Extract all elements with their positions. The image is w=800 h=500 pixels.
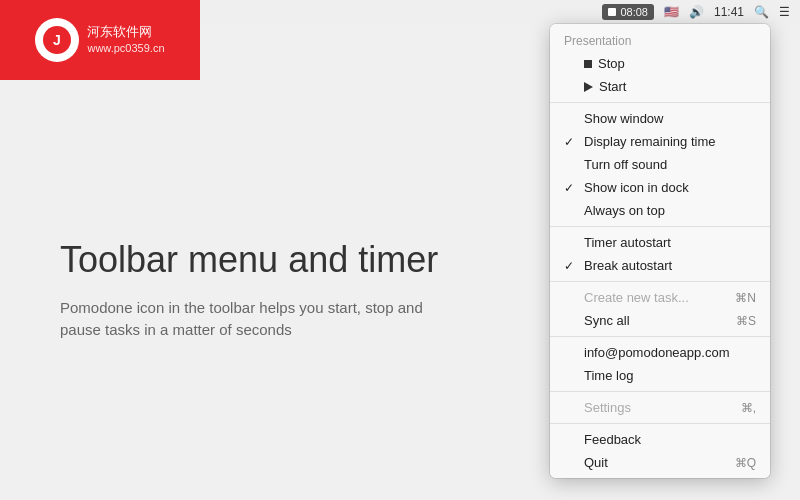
timer-autostart-label: Timer autostart <box>584 235 671 250</box>
check-display-remaining: ✓ <box>564 135 578 149</box>
check-create-task <box>564 291 578 305</box>
menu-item-stop[interactable]: Stop <box>550 52 770 75</box>
menu-item-timer-autostart[interactable]: Timer autostart <box>550 231 770 254</box>
always-on-top-label: Always on top <box>584 203 665 218</box>
dropdown-menu: Presentation Stop Start Show window ✓ Di… <box>550 24 770 478</box>
settings-label: Settings <box>584 400 631 415</box>
create-task-shortcut: ⌘N <box>735 291 756 305</box>
menu-item-quit[interactable]: Quit ⌘Q <box>550 451 770 474</box>
quit-label: Quit <box>584 455 608 470</box>
show-window-label: Show window <box>584 111 664 126</box>
check-timer-autostart <box>564 236 578 250</box>
menu-item-create-task[interactable]: Create new task... ⌘N <box>550 286 770 309</box>
check-always-on-top <box>564 204 578 218</box>
clock-time: 11:41 <box>714 5 744 19</box>
separator-1 <box>550 102 770 103</box>
stop-label: Stop <box>598 56 625 71</box>
create-task-label: Create new task... <box>584 290 689 305</box>
menu-item-show-icon-dock[interactable]: ✓ Show icon in dock <box>550 176 770 199</box>
search-icon[interactable]: 🔍 <box>754 5 769 19</box>
volume-icon[interactable]: 🔊 <box>689 5 704 19</box>
check-settings <box>564 401 578 415</box>
flag-icon: 🇺🇸 <box>664 5 679 19</box>
turn-off-sound-label: Turn off sound <box>584 157 667 172</box>
separator-6 <box>550 423 770 424</box>
check-start <box>564 80 578 94</box>
menu-item-show-window[interactable]: Show window <box>550 107 770 130</box>
menu-item-settings[interactable]: Settings ⌘, <box>550 396 770 419</box>
watermark-text: 河东软件网 www.pc0359.cn <box>87 23 164 57</box>
watermark: J 河东软件网 www.pc0359.cn <box>0 0 200 80</box>
timer-time: 08:08 <box>620 6 648 18</box>
quit-shortcut: ⌘Q <box>735 456 756 470</box>
info-email-label: info@pomodoneapp.com <box>584 345 729 360</box>
watermark-logo: J <box>35 18 79 62</box>
check-feedback <box>564 433 578 447</box>
menu-item-time-log[interactable]: Time log <box>550 364 770 387</box>
timer-badge[interactable]: 08:08 <box>602 4 654 20</box>
menu-item-feedback[interactable]: Feedback <box>550 428 770 451</box>
sync-all-shortcut: ⌘S <box>736 314 756 328</box>
feedback-label: Feedback <box>584 432 641 447</box>
watermark-site-name: 河东软件网 <box>87 23 164 41</box>
menu-item-sync-all[interactable]: Sync all ⌘S <box>550 309 770 332</box>
menu-item-always-on-top[interactable]: Always on top <box>550 199 770 222</box>
check-show-window <box>564 112 578 126</box>
show-icon-dock-label: Show icon in dock <box>584 180 689 195</box>
check-sync-all <box>564 314 578 328</box>
check-time-log <box>564 369 578 383</box>
stop-icon <box>584 60 592 68</box>
check-info-email <box>564 346 578 360</box>
check-show-icon-dock: ✓ <box>564 181 578 195</box>
display-remaining-label: Display remaining time <box>584 134 716 149</box>
separator-4 <box>550 336 770 337</box>
separator-5 <box>550 391 770 392</box>
check-break-autostart: ✓ <box>564 259 578 273</box>
check-stop <box>564 57 578 71</box>
hero-title: Toolbar menu and timer <box>60 239 460 281</box>
watermark-site-url: www.pc0359.cn <box>87 41 164 56</box>
menu-item-start[interactable]: Start <box>550 75 770 98</box>
check-turn-off-sound <box>564 158 578 172</box>
start-label: Start <box>599 79 626 94</box>
menu-section-label: Presentation <box>550 28 770 52</box>
menu-item-info-email[interactable]: info@pomodoneapp.com <box>550 341 770 364</box>
menu-item-turn-off-sound[interactable]: Turn off sound <box>550 153 770 176</box>
break-autostart-label: Break autostart <box>584 258 672 273</box>
sync-all-label: Sync all <box>584 313 630 328</box>
hero-section: Toolbar menu and timer Pomodone icon in … <box>60 239 460 342</box>
svg-text:J: J <box>54 32 62 48</box>
play-icon <box>584 82 593 92</box>
timer-dot <box>608 8 616 16</box>
menu-item-break-autostart[interactable]: ✓ Break autostart <box>550 254 770 277</box>
settings-shortcut: ⌘, <box>741 401 756 415</box>
check-quit <box>564 456 578 470</box>
time-log-label: Time log <box>584 368 633 383</box>
separator-2 <box>550 226 770 227</box>
menu-icon[interactable]: ☰ <box>779 5 790 19</box>
hero-subtitle: Pomodone icon in the toolbar helps you s… <box>60 297 460 342</box>
menu-item-display-remaining[interactable]: ✓ Display remaining time <box>550 130 770 153</box>
separator-3 <box>550 281 770 282</box>
